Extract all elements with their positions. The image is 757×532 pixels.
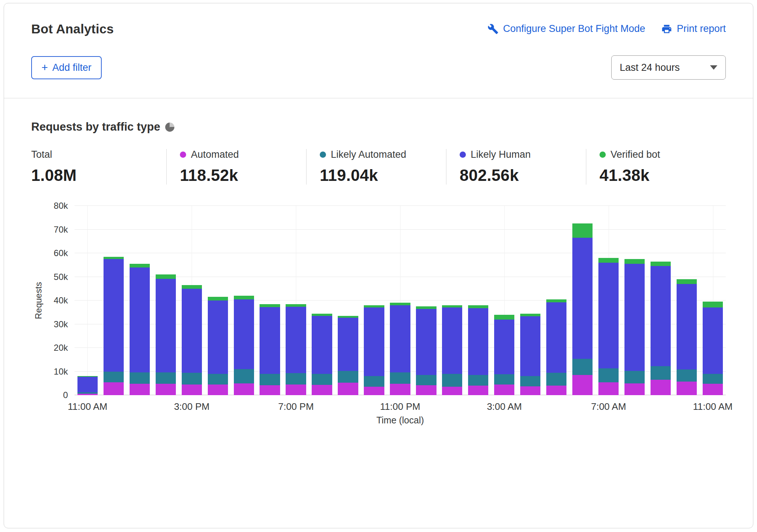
stacked-bar[interactable] — [572, 223, 593, 395]
bar-segment-likely-automated — [416, 375, 436, 385]
bar-segment-likely-automated — [130, 372, 150, 384]
bar-segment-verified-bot — [260, 304, 280, 307]
stacked-bar[interactable] — [520, 314, 540, 395]
bar-segment-likely-human — [364, 307, 384, 376]
bar-slot — [439, 206, 465, 395]
print-link-label: Print report — [677, 23, 726, 34]
wrench-icon — [488, 23, 499, 34]
bar-segment-likely-human — [260, 307, 280, 374]
bar-segment-likely-automated — [677, 369, 697, 381]
bar-segment-likely-automated — [520, 376, 540, 386]
bar-segment-automated — [182, 385, 202, 395]
bar-segment-likely-human — [77, 377, 98, 392]
stacked-bar[interactable] — [677, 279, 697, 395]
bar-slot — [101, 206, 127, 395]
bar-slot — [387, 206, 413, 395]
bar-segment-likely-human — [104, 259, 124, 371]
stacked-bar[interactable] — [364, 305, 384, 395]
bar-segment-automated — [234, 383, 254, 395]
section-title: Requests by traffic type — [31, 120, 160, 134]
bar-segment-likely-human — [234, 299, 254, 369]
bar-segment-likely-automated — [624, 371, 645, 383]
stacked-bar[interactable] — [104, 257, 124, 395]
bar-segment-automated — [546, 386, 566, 395]
stacked-bar[interactable] — [624, 259, 645, 395]
bar-segment-verified-bot — [624, 259, 645, 264]
y-tick-label: 50k — [54, 272, 68, 282]
bar-slot — [491, 206, 517, 395]
bar-segment-automated — [572, 375, 593, 395]
stacked-bar[interactable] — [390, 303, 410, 395]
stacked-bar[interactable] — [651, 262, 671, 395]
stacked-bar[interactable] — [598, 258, 619, 395]
bar-segment-likely-automated — [572, 359, 593, 375]
stacked-bar[interactable] — [312, 314, 332, 396]
bar-segment-verified-bot — [494, 315, 514, 320]
stacked-bar[interactable] — [468, 305, 488, 395]
stat-verified-bot[interactable]: Verified bot 41.38k — [586, 149, 726, 185]
bar-segment-likely-automated — [208, 374, 228, 385]
add-filter-button[interactable]: + Add filter — [31, 56, 102, 79]
bar-segment-likely-automated — [598, 368, 619, 382]
bar-segment-automated — [156, 384, 176, 395]
bars-layer — [75, 206, 726, 395]
bar-slot — [309, 206, 335, 395]
stacked-bar[interactable] — [286, 304, 306, 395]
stacked-bar[interactable] — [494, 315, 514, 395]
printer-icon — [661, 23, 672, 34]
stacked-bar[interactable] — [156, 274, 176, 395]
bar-segment-likely-automated — [104, 372, 124, 382]
bar-segment-automated — [104, 382, 124, 395]
stacked-bar[interactable] — [546, 299, 566, 395]
stat-likely-automated-value: 119.04k — [320, 166, 439, 185]
stat-total[interactable]: Total 1.08M — [31, 149, 166, 185]
bar-slot — [205, 206, 231, 395]
bar-segment-likely-human — [156, 279, 176, 372]
stacked-bar[interactable] — [182, 285, 202, 395]
bar-segment-likely-automated — [364, 376, 384, 386]
bar-segment-likely-human — [208, 300, 228, 374]
x-tick-label: 3:00 AM — [487, 401, 522, 412]
stacked-bar[interactable] — [208, 297, 228, 395]
bar-slot — [231, 206, 257, 395]
bar-slot — [283, 206, 309, 395]
stacked-bar[interactable] — [130, 264, 150, 395]
bar-segment-likely-human — [703, 307, 723, 374]
chevron-down-icon — [710, 65, 717, 70]
pie-chart-icon[interactable] — [165, 123, 174, 132]
x-tick-label: 7:00 PM — [278, 401, 314, 412]
bar-segment-automated — [312, 385, 332, 395]
stacked-bar[interactable] — [77, 376, 98, 395]
stacked-bar[interactable] — [416, 306, 436, 395]
bot-analytics-card: Bot Analytics Configure Super Bot Fight … — [4, 3, 753, 528]
stat-likely-human[interactable]: Likely Human 802.56k — [446, 149, 586, 185]
bar-segment-likely-human — [338, 318, 358, 371]
bar-segment-likely-human — [468, 308, 488, 375]
stat-likely-automated[interactable]: Likely Automated 119.04k — [306, 149, 446, 185]
bar-slot — [413, 206, 439, 395]
bar-segment-likely-human — [442, 307, 462, 374]
add-filter-label: Add filter — [52, 62, 92, 73]
bar-segment-likely-human — [286, 307, 306, 373]
bar-segment-verified-bot — [598, 258, 619, 263]
bar-segment-verified-bot — [208, 297, 228, 300]
stacked-bar[interactable] — [338, 316, 358, 395]
bar-segment-automated — [286, 385, 306, 395]
configure-super-bot-fight-mode-link[interactable]: Configure Super Bot Fight Mode — [488, 23, 645, 34]
bar-segment-automated — [468, 386, 488, 395]
stat-automated[interactable]: Automated 118.52k — [166, 149, 306, 185]
bar-slot — [465, 206, 491, 395]
stat-likely-automated-label: Likely Automated — [331, 149, 406, 160]
stacked-bar[interactable] — [442, 305, 462, 395]
bar-segment-likely-automated — [468, 375, 488, 386]
print-report-link[interactable]: Print report — [661, 23, 726, 34]
bar-segment-likely-human — [572, 238, 593, 359]
chart-main: 010k20k30k40k50k60k70k80k 11:00 AM3:00 P… — [46, 206, 726, 426]
stacked-bar[interactable] — [234, 296, 254, 395]
time-range-dropdown[interactable]: Last 24 hours — [611, 55, 726, 80]
bar-slot — [257, 206, 283, 395]
bar-segment-automated — [416, 385, 436, 395]
stacked-bar[interactable] — [260, 304, 280, 395]
stacked-bar[interactable] — [703, 302, 723, 395]
bar-slot — [700, 206, 726, 395]
